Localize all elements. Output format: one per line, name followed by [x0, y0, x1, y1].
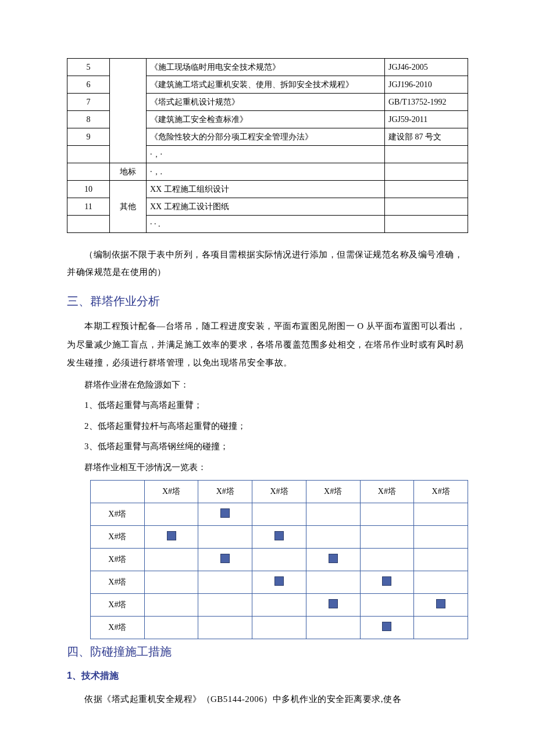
- matrix-col-header: X#塔: [144, 481, 198, 503]
- risk-item: 1、低塔起重臂与高塔起重臂；: [67, 396, 468, 415]
- matrix-cell: [252, 617, 306, 639]
- matrix-cell: [144, 503, 198, 526]
- matrix-cell: [144, 571, 198, 594]
- matrix-cell: [360, 594, 414, 617]
- standards-table: 5 《施工现场临时用电安全技术规范》 JGJ46-2005 6 《建筑施工塔式起…: [67, 58, 468, 233]
- matrix-cell: [144, 549, 198, 571]
- row-num: 5: [67, 59, 110, 76]
- row-num: 11: [67, 198, 110, 216]
- matrix-cell: [252, 503, 306, 526]
- matrix-cell: [306, 571, 360, 594]
- matrix-cell: [198, 503, 252, 526]
- row-num: [67, 163, 110, 181]
- matrix-cell: [360, 617, 414, 639]
- matrix-cell: [252, 571, 306, 594]
- interference-mark-icon: [220, 508, 230, 518]
- matrix-cell: [414, 503, 468, 526]
- row-standard-code: [385, 146, 468, 163]
- matrix-cell: [198, 617, 252, 639]
- interference-mark-icon: [382, 622, 391, 631]
- matrix-cell: [360, 571, 414, 594]
- row-standard-name: ·，·: [147, 146, 385, 163]
- risk-item: 3、低塔起重臂与高塔钢丝绳的碰撞；: [67, 438, 468, 456]
- row-num: [67, 146, 110, 163]
- row-num: 10: [67, 181, 110, 198]
- matrix-cell: [306, 549, 360, 571]
- matrix-cell: [414, 594, 468, 617]
- matrix-cell: [144, 594, 198, 617]
- interference-mark-icon: [329, 554, 338, 563]
- row-standard-code: JGJ46-2005: [385, 59, 468, 76]
- matrix-row-header: X#塔: [91, 571, 145, 594]
- row-standard-code: JGJ59-2011: [385, 111, 468, 128]
- matrix-title: 群塔作业相互干涉情况一览表：: [67, 458, 468, 477]
- section-heading-3: 三、群塔作业分析: [67, 293, 468, 309]
- row-cat-other: 其他: [110, 181, 147, 233]
- row-standard-name: XX 工程施工设计图纸: [147, 198, 385, 216]
- matrix-row-header: X#塔: [91, 594, 145, 617]
- matrix-cell: [198, 526, 252, 549]
- interference-mark-icon: [436, 599, 445, 608]
- matrix-cell: [306, 526, 360, 549]
- body-paragraph: 本期工程预计配备—台塔吊，随工程进度安装，平面布置图见附图一 O 从平面布置图可…: [67, 317, 468, 372]
- subsection-heading-4-1: 1、技术措施: [67, 670, 468, 682]
- risk-item: 2、低塔起重臂拉杆与高塔起重臂的碰撞；: [67, 417, 468, 436]
- matrix-cell: [198, 571, 252, 594]
- row-standard-name: ·，.: [147, 163, 385, 181]
- matrix-col-header: X#塔: [252, 481, 306, 503]
- matrix-cell: [414, 617, 468, 639]
- body-paragraph: 依据《塔式起重机安全规程》（GB5144-2006）中多机作业的安全距离要求,使…: [67, 690, 468, 709]
- matrix-cell: [252, 549, 306, 571]
- row-standard-name: 《建筑施工安全检查标准》: [147, 111, 385, 128]
- interference-mark-icon: [274, 576, 284, 586]
- matrix-row-header: X#塔: [91, 526, 145, 549]
- interference-mark-icon: [382, 576, 391, 586]
- row-standard-code: JGJ196-2010: [385, 76, 468, 94]
- matrix-col-header: X#塔: [198, 481, 252, 503]
- matrix-cell: [414, 526, 468, 549]
- row-standard-name: · · .: [147, 216, 385, 233]
- row-standard-code: [385, 216, 468, 233]
- interference-mark-icon: [220, 554, 230, 563]
- matrix-cell: [306, 594, 360, 617]
- matrix-cell: [144, 526, 198, 549]
- matrix-cell: [144, 617, 198, 639]
- interference-mark-icon: [329, 599, 338, 608]
- interference-mark-icon: [274, 531, 284, 540]
- table-row: 5 《施工现场临时用电安全技术规范》 JGJ46-2005: [67, 59, 468, 76]
- page: 5 《施工现场临时用电安全技术规范》 JGJ46-2005 6 《建筑施工塔式起…: [0, 0, 535, 747]
- section-heading-4: 四、防碰撞施工措施: [67, 644, 468, 660]
- row-standard-name: XX 工程施工组织设计: [147, 181, 385, 198]
- matrix-cell: [198, 594, 252, 617]
- matrix-cell: [252, 526, 306, 549]
- matrix-col-header: X#塔: [360, 481, 414, 503]
- matrix-row-header: X#塔: [91, 617, 145, 639]
- row-standard-code: 建设部 87 号文: [385, 128, 468, 146]
- risk-intro: 群塔作业潜在危险源如下：: [67, 376, 468, 395]
- row-cat-local: 地标: [110, 163, 147, 181]
- matrix-row-header: X#塔: [91, 549, 145, 571]
- table-row: 10 其他 XX 工程施工组织设计: [67, 181, 468, 198]
- row-standard-code: [385, 198, 468, 216]
- table-row: 地标 ·，.: [67, 163, 468, 181]
- matrix-cell: [198, 549, 252, 571]
- matrix-col-header: X#塔: [306, 481, 360, 503]
- row-num: [67, 216, 110, 233]
- matrix-cell: [252, 594, 306, 617]
- interference-mark-icon: [167, 531, 176, 540]
- matrix-cell: [360, 526, 414, 549]
- interference-matrix: X#塔X#塔X#塔X#塔X#塔X#塔X#塔X#塔X#塔X#塔X#塔X#塔: [90, 480, 468, 639]
- matrix-cell: [414, 571, 468, 594]
- matrix-row-header: X#塔: [91, 503, 145, 526]
- table-footnote: （编制依据不限于表中所列，各项目需根据实际情况进行添加，但需保证规范名称及编号准…: [67, 246, 468, 281]
- row-num: 8: [67, 111, 110, 128]
- row-standard-name: 《施工现场临时用电安全技术规范》: [147, 59, 385, 76]
- matrix-col-header: X#塔: [414, 481, 468, 503]
- row-num: 6: [67, 76, 110, 94]
- row-standard-code: [385, 163, 468, 181]
- row-standard-name: 《塔式起重机设计规范》: [147, 94, 385, 111]
- row-num: 7: [67, 94, 110, 111]
- row-num: 9: [67, 128, 110, 146]
- row-standard-name: 《危险性较大的分部分项工程安全管理办法》: [147, 128, 385, 146]
- row-standard-code: GB/T13752-1992: [385, 94, 468, 111]
